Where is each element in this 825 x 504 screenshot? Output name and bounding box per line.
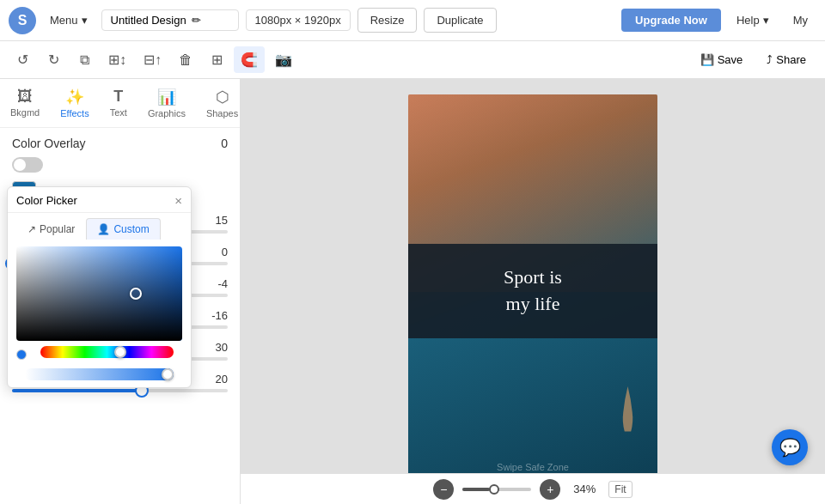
tab-bkgmd[interactable]: 🖼 Bkgmd — [0, 84, 50, 122]
hue-strip[interactable] — [40, 346, 174, 358]
save-button[interactable]: 💾 Save — [690, 48, 754, 71]
help-button[interactable]: Help ▾ — [728, 9, 778, 32]
hue-row — [16, 346, 182, 363]
zoom-out-button[interactable]: − — [433, 479, 454, 500]
graphics-icon: 📊 — [157, 88, 176, 106]
custom-icon: 👤 — [97, 223, 110, 235]
edit-icon: ✏ — [192, 14, 201, 27]
main: 🖼 Bkgmd ✨ Effects T Text 📊 Graphics ⬡ Sh… — [0, 79, 825, 504]
zoom-in-button[interactable]: + — [540, 479, 560, 500]
color-gradient-area[interactable] — [16, 246, 182, 341]
logo[interactable]: S — [9, 7, 36, 34]
hue-color-preview — [16, 349, 27, 360]
fit-button[interactable]: Fit — [608, 481, 632, 498]
chat-bubble-button[interactable]: 💬 — [772, 429, 808, 465]
topbar: S Menu ▾ Untitled Design ✏ 1080px × 1920… — [0, 0, 825, 41]
picker-header: Color Picker × — [8, 187, 191, 213]
layers-up-button[interactable]: ⊟↑ — [137, 46, 168, 73]
zoom-slider-fill — [462, 488, 490, 491]
canvas-wrapper: Sport is my life Swipe Safe Zone — [408, 94, 657, 489]
trash-button[interactable]: 🗑 — [172, 47, 199, 73]
duplicate-button[interactable]: Duplicate — [424, 8, 496, 33]
canvas-image[interactable]: Sport is my life Swipe Safe Zone — [408, 94, 657, 489]
canvas-figure — [614, 386, 640, 438]
hue-strip-thumb[interactable] — [114, 346, 126, 358]
save-icon: 💾 — [700, 53, 714, 66]
picker-close-button[interactable]: × — [174, 194, 182, 207]
my-button[interactable]: My — [785, 9, 816, 32]
tab-bar: 🖼 Bkgmd ✨ Effects T Text 📊 Graphics ⬡ Sh… — [0, 79, 240, 128]
picker-title: Color Picker — [16, 194, 77, 207]
alpha-strip-wrapper — [16, 368, 182, 380]
shapes-icon: ⬡ — [216, 88, 229, 106]
canvas-area: Sport is my life Swipe Safe Zone − + 34%… — [241, 79, 825, 504]
title-area[interactable]: Untitled Design ✏ — [101, 9, 239, 31]
menu-button[interactable]: Menu ▾ — [43, 10, 95, 30]
popular-icon: ↗ — [28, 223, 36, 235]
canvas-text-line1: Sport is — [425, 264, 640, 291]
zoom-slider[interactable] — [462, 488, 531, 491]
tab-text[interactable]: T Text — [100, 84, 138, 122]
tab-graphics[interactable]: 📊 Graphics — [138, 84, 196, 122]
camera-button[interactable]: 📷 — [268, 46, 299, 73]
picker-tab-popular[interactable]: ↗ Popular — [16, 218, 86, 240]
contrast-value: 20 — [216, 373, 228, 386]
upgrade-button[interactable]: Upgrade Now — [621, 9, 721, 32]
share-button[interactable]: ⤴ Share — [756, 48, 816, 71]
copy-button[interactable]: ⧉ — [70, 47, 98, 73]
toolbar: ⧉ ⊞↕ ⊟↑ 🗑 ⊞ 🧲 📷 💾 Save ⤴ Share — [0, 41, 825, 79]
picker-tabs: ↗ Popular 👤 Custom — [8, 213, 191, 240]
color-overlay-section: Color Overlay 0 — [12, 137, 228, 150]
canvas-bottom-text: Swipe Safe Zone — [408, 462, 657, 472]
contrast-fill — [12, 389, 142, 392]
sharpen-value: -4 — [217, 277, 228, 290]
brightness-value: 30 — [216, 341, 228, 354]
share-icon: ⤴ — [767, 53, 773, 66]
left-panel: 🖼 Bkgmd ✨ Effects T Text 📊 Graphics ⬡ Sh… — [0, 79, 241, 504]
hue-value: -16 — [211, 309, 228, 322]
gradient-picker-circle[interactable] — [130, 288, 142, 300]
contrast-slider[interactable] — [12, 389, 228, 392]
toolbar-right: 💾 Save ⤴ Share — [690, 48, 816, 71]
color-overlay-value: 0 — [221, 137, 228, 150]
layers-button[interactable]: ⊞↕ — [101, 46, 133, 73]
dimensions-button[interactable]: 1080px × 1920px — [246, 9, 351, 31]
resize-button[interactable]: Resize — [358, 8, 418, 33]
zoom-slider-thumb[interactable] — [489, 484, 499, 495]
tab-shapes[interactable]: ⬡ Shapes — [196, 84, 241, 122]
color-overlay-label: Color Overlay — [12, 137, 86, 150]
effects-icon: ✨ — [65, 88, 84, 106]
redo-button[interactable] — [40, 46, 67, 73]
grid-button[interactable]: ⊞ — [203, 46, 230, 73]
text-icon: T — [113, 88, 123, 106]
design-title: Untitled Design — [111, 14, 186, 27]
canvas-bottom-bar: − + 34% Fit — [241, 473, 825, 504]
alpha-strip[interactable] — [25, 368, 174, 380]
magnet-button[interactable]: 🧲 — [234, 46, 265, 73]
vignette-value: 15 — [216, 214, 228, 227]
color-picker-popup: Color Picker × ↗ Popular 👤 Custom — [7, 186, 192, 388]
picker-tab-custom[interactable]: 👤 Custom — [86, 218, 160, 240]
hue-strip-wrapper — [32, 346, 182, 363]
color-overlay-toggle-row — [12, 157, 228, 173]
undo-button[interactable] — [9, 46, 36, 73]
canvas-text-line2: my life — [425, 291, 640, 318]
tab-effects[interactable]: ✨ Effects — [50, 84, 99, 122]
canvas-text-block: Sport is my life — [408, 244, 657, 338]
blur-value: 0 — [222, 246, 228, 258]
alpha-strip-thumb[interactable] — [162, 368, 174, 380]
bkgmd-icon: 🖼 — [17, 88, 33, 106]
gradient-base — [16, 246, 182, 341]
zoom-percent: 34% — [569, 483, 600, 495]
color-overlay-toggle[interactable] — [12, 157, 43, 173]
